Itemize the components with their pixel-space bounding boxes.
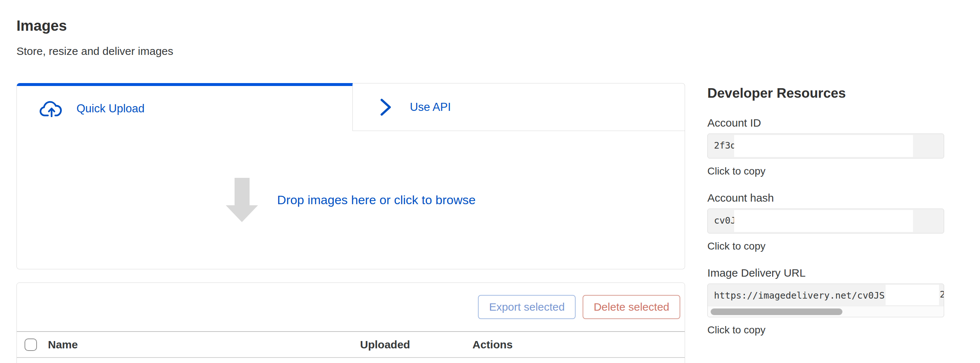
account-hash-copy-box[interactable]: cv0J (707, 209, 944, 234)
image-delivery-url-copy-hint: Click to copy (707, 325, 944, 335)
down-arrow-icon (226, 178, 258, 222)
account-hash-copy-hint: Click to copy (707, 241, 944, 252)
down-arrow-head (226, 205, 258, 222)
image-delivery-url-value: https://imagedelivery.net/cv0JS (714, 284, 885, 307)
upload-tabs: Quick Upload Use API (17, 83, 685, 131)
tab-quick-upload[interactable]: Quick Upload (17, 83, 353, 131)
horizontal-scrollbar-thumb[interactable] (711, 309, 842, 315)
upload-panel: Quick Upload Use API Drop images here or… (16, 83, 685, 269)
tab-use-api-label: Use API (410, 100, 451, 114)
horizontal-scrollbar-track (708, 306, 944, 317)
redaction-overlay (734, 135, 913, 157)
account-hash-field: Account hash cv0J Click to copy (707, 193, 944, 252)
account-id-copy-hint: Click to copy (707, 166, 944, 177)
cloud-upload-icon (40, 100, 64, 117)
account-id-copy-box[interactable]: 2f3d (707, 134, 944, 158)
page-header: Images Store, resize and deliver images (16, 17, 173, 58)
image-delivery-url-field: Image Delivery URL https://imagedelivery… (707, 267, 944, 335)
account-id-value: 2f3d (714, 134, 736, 157)
column-header-actions: Actions (473, 339, 513, 351)
select-all-checkbox[interactable] (24, 339, 37, 351)
image-list-panel: Export selected Delete selected Name Upl… (16, 282, 685, 363)
chevron-right-icon (379, 98, 392, 116)
account-id-label: Account ID (707, 118, 944, 129)
page-title: Images (16, 17, 173, 34)
account-hash-value: cv0J (714, 209, 736, 232)
developer-resources-panel: Developer Resources Account ID 2f3d Clic… (707, 85, 944, 335)
export-selected-button[interactable]: Export selected (478, 295, 576, 319)
column-header-uploaded: Uploaded (360, 339, 473, 351)
table-header-row: Name Uploaded Actions (17, 331, 685, 358)
delete-selected-button[interactable]: Delete selected (582, 295, 680, 319)
image-dropzone[interactable]: Drop images here or click to browse (17, 131, 685, 269)
images-page: Images Store, resize and deliver images … (0, 0, 980, 363)
down-arrow-stem (235, 178, 250, 205)
tab-use-api[interactable]: Use API (353, 83, 685, 131)
developer-resources-title: Developer Resources (707, 85, 944, 101)
page-subtitle: Store, resize and deliver images (16, 45, 173, 58)
image-delivery-url-fragment: 2 (940, 289, 944, 301)
dropzone-label: Drop images here or click to browse (277, 193, 476, 207)
image-delivery-url-copy-box[interactable]: https://imagedelivery.net/cv0JS 2 (707, 283, 944, 317)
bulk-actions-row: Export selected Delete selected (17, 283, 685, 331)
image-delivery-url-label: Image Delivery URL (707, 267, 944, 279)
account-id-field: Account ID 2f3d Click to copy (707, 118, 944, 177)
redaction-overlay (886, 285, 939, 305)
column-header-name: Name (48, 339, 360, 351)
redaction-overlay (734, 210, 913, 232)
account-hash-label: Account hash (707, 193, 944, 204)
tab-quick-upload-label: Quick Upload (76, 102, 145, 115)
